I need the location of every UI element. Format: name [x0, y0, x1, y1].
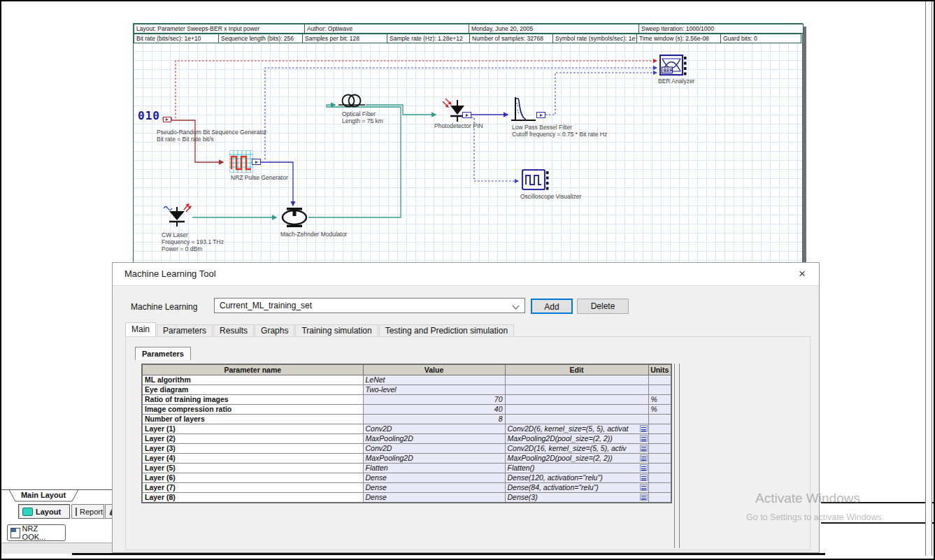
param-value[interactable]: Two-level: [363, 385, 505, 395]
report-button[interactable]: Report: [71, 504, 104, 519]
table-vscrollbar[interactable]: [674, 364, 680, 548]
ber-analyzer-icon[interactable]: BER: [659, 55, 687, 77]
lpf-label: Low Pass Bessel Filter Cutoff frequency …: [512, 124, 607, 138]
param-edit[interactable]: MaxPooling2D(pool_size=(2, 2)): [505, 454, 648, 464]
param-value[interactable]: Conv2D: [363, 444, 505, 454]
param-edit[interactable]: [505, 375, 648, 385]
param-value[interactable]: Dense: [363, 493, 505, 503]
tab-main[interactable]: Main: [125, 322, 156, 336]
subtab-parameters[interactable]: Parameters: [135, 347, 191, 360]
wire-lpf-to-ber: [545, 73, 657, 115]
param-value[interactable]: Conv2D: [363, 424, 505, 434]
param-edit[interactable]: Dense(84, activation="relu"): [505, 483, 648, 493]
cw-laser-icon[interactable]: [163, 203, 192, 228]
tab-graphs[interactable]: Graphs: [255, 324, 294, 336]
project-tab-nrz-ook[interactable]: NRZ OOK...: [7, 524, 66, 541]
param-units: [648, 434, 671, 444]
param-units: [648, 415, 671, 424]
background-window-edge-2: [821, 522, 934, 524]
nrz-output-port[interactable]: [252, 159, 261, 165]
project-tab-label: NRZ OOK...: [22, 524, 62, 541]
dialog-close-button[interactable]: ×: [794, 266, 811, 282]
param-units: [648, 464, 671, 473]
header-date: Monday, June 20, 2005: [469, 24, 639, 34]
application-window: Layout: Parameter Sweeps-BER x Input pow…: [0, 0, 935, 560]
col-parameter-name: Parameter name: [142, 364, 363, 375]
edit-list-icon[interactable]: [640, 484, 648, 491]
photodetector-output-port[interactable]: [462, 112, 471, 118]
param-units: %: [648, 405, 671, 415]
table-header-row: Parameter name Value Edit Units: [142, 364, 671, 375]
param-edit[interactable]: [505, 385, 648, 395]
ml-training-set-combobox[interactable]: Current_ML_training_set: [214, 298, 525, 313]
param-value[interactable]: 40: [363, 405, 505, 415]
nrz-pulse-generator-icon[interactable]: [229, 150, 253, 173]
tab-training-simulation[interactable]: Training simulation: [295, 324, 378, 336]
param-edit[interactable]: Dense(3): [505, 493, 648, 503]
param-edit[interactable]: [505, 415, 648, 424]
param-units: [648, 493, 671, 503]
table-row: Layer (5) Flatten Flatten(): [142, 464, 671, 473]
edit-list-icon[interactable]: [640, 464, 648, 471]
param-value[interactable]: MaxPooling2D: [363, 434, 505, 444]
table-row: Layer (7) Dense Dense(84, activation="re…: [142, 483, 671, 493]
wire-prbs-to-ber: [176, 61, 657, 118]
oscilloscope-label: Oscilloscope Visualizer: [520, 193, 581, 200]
lpf-output-port[interactable]: [536, 112, 545, 118]
machine-learning-tool-dialog: Machine Learning Tool × Machine Learning…: [112, 262, 820, 553]
param-edit[interactable]: Flatten(): [505, 464, 648, 473]
tab-results[interactable]: Results: [213, 324, 254, 336]
param-value[interactable]: 8: [363, 415, 505, 424]
main-layout-tab-label: Main Layout: [7, 491, 80, 499]
photodetector-pin-icon[interactable]: [442, 98, 467, 123]
tab-testing-prediction-simulation[interactable]: Testing and Prediction simulation: [379, 324, 514, 336]
optical-fiber-icon[interactable]: [338, 92, 366, 112]
edit-list-icon[interactable]: [640, 494, 648, 501]
param-edit[interactable]: [505, 395, 648, 405]
header-layout-name: Layout: Parameter Sweeps-BER x Input pow…: [134, 24, 305, 34]
prbs-output-port[interactable]: [163, 117, 171, 122]
oscilloscope-visualizer-icon[interactable]: [522, 169, 549, 192]
header-bit-rate: Bit rate (bits/sec): 1e+10: [134, 34, 219, 43]
workspace-vscrollbar[interactable]: [925, 1, 932, 556]
main-layout-tab[interactable]: Main Layout: [7, 489, 81, 505]
dialog-titlebar[interactable]: Machine Learning Tool ×: [113, 263, 819, 286]
table-row: Layer (1) Conv2D Conv2D(6, kernel_size=(…: [142, 424, 671, 434]
edit-list-icon[interactable]: [640, 454, 648, 461]
edit-list-icon[interactable]: [640, 474, 648, 481]
param-value[interactable]: Dense: [363, 473, 505, 483]
mach-zehnder-modulator-icon[interactable]: [280, 207, 308, 228]
param-edit[interactable]: Dense(120, activation="relu"): [505, 473, 648, 483]
layout-button[interactable]: Layout: [18, 504, 70, 519]
activate-windows-watermark-sub: Go to Settings to activate Windows.: [746, 512, 884, 522]
param-edit[interactable]: Conv2D(6, kernel_size=(5, 5), activat: [505, 424, 648, 434]
edit-list-icon[interactable]: [640, 425, 648, 432]
machine-learning-field-label: Machine Learning: [131, 302, 197, 312]
header-time-window: Time window (s): 2.56e-08: [637, 34, 721, 43]
edit-list-icon[interactable]: [640, 435, 648, 442]
table-row: Layer (8) Dense Dense(3): [142, 493, 671, 503]
param-units: [648, 483, 671, 493]
table-row: Ratio of training images 70 %: [142, 395, 671, 405]
param-name: Layer (6): [142, 473, 363, 483]
param-value[interactable]: Flatten: [363, 464, 505, 473]
header-author: Author: Optiwave: [305, 24, 469, 34]
table-row: Image compression ratio 40 %: [142, 405, 671, 415]
param-name: Layer (5): [142, 464, 363, 473]
param-value[interactable]: MaxPooling2D: [363, 454, 505, 464]
param-edit[interactable]: Conv2D(16, kernel_size=(5, 5), activ: [505, 444, 648, 454]
param-edit[interactable]: [505, 405, 648, 415]
delete-button[interactable]: Delete: [577, 299, 629, 314]
param-value[interactable]: LeNet: [363, 375, 505, 385]
add-button[interactable]: Add: [531, 299, 573, 314]
edit-list-icon[interactable]: [640, 445, 648, 452]
param-value[interactable]: Dense: [363, 483, 505, 493]
wire-nrz-to-mzm: [261, 162, 293, 206]
parameters-table: Parameter name Value Edit Units ML algor…: [141, 364, 672, 503]
window-bottom-border: [72, 553, 825, 555]
param-edit[interactable]: MaxPooling2D(pool_size=(2, 2)): [505, 434, 648, 444]
report-grid-icon: [76, 508, 77, 516]
param-value[interactable]: 70: [363, 395, 505, 405]
tab-parameters[interactable]: Parameters: [157, 324, 213, 336]
low-pass-bessel-filter-icon[interactable]: [511, 96, 538, 124]
